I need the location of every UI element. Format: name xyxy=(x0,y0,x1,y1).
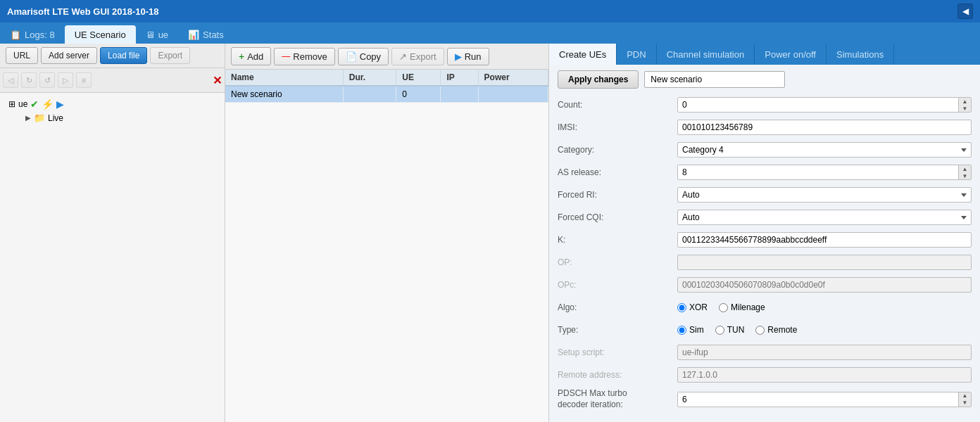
as-release-down-btn[interactable]: ▼ xyxy=(959,172,971,179)
pdsch-input[interactable] xyxy=(678,392,958,407)
type-radio-group: Sim TUN Remote xyxy=(677,325,972,335)
run-button[interactable]: ▶ Run xyxy=(447,48,489,65)
table-row[interactable]: New scenario 0 xyxy=(225,86,548,103)
pdsch-up-btn[interactable]: ▲ xyxy=(959,392,971,399)
left-panel: URL Add server Load file Export ◁ ↻ ↺ ▷ … xyxy=(0,44,225,422)
form-row-pdsch: PDSCH Max turbodecoder iteration: ▲ ▼ xyxy=(558,388,972,410)
back-button[interactable]: ◀ xyxy=(957,4,973,19)
type-remote-radio[interactable] xyxy=(755,326,765,335)
nav-refresh2-button[interactable]: ↺ xyxy=(39,72,55,88)
forced-ri-select[interactable]: Auto xyxy=(677,187,972,203)
nav-close-button[interactable]: ✕ xyxy=(213,74,222,87)
form-row-count: Count: ▲ ▼ xyxy=(558,96,972,114)
tab-power-on-off[interactable]: Power on/off xyxy=(755,44,827,65)
opc-input xyxy=(677,277,972,293)
type-tun-label: TUN xyxy=(727,325,745,335)
type-sim-item[interactable]: Sim xyxy=(677,325,704,335)
type-remote-label: Remote xyxy=(767,325,797,335)
col-name: Name xyxy=(225,70,343,86)
export-icon: ↗ xyxy=(399,51,407,62)
label-pdsch: PDSCH Max turbodecoder iteration: xyxy=(558,388,677,410)
category-select[interactable]: Category 4 xyxy=(677,142,972,158)
form-row-op: OP: xyxy=(558,253,972,271)
algo-xor-label: XOR xyxy=(689,302,708,312)
label-imsi: IMSI: xyxy=(558,122,677,132)
as-release-up-btn[interactable]: ▲ xyxy=(959,165,971,172)
col-power: Power xyxy=(478,70,548,86)
nav-forward-button[interactable]: ▷ xyxy=(58,72,73,88)
label-k: K: xyxy=(558,235,677,245)
copy-icon: 📄 xyxy=(346,51,357,62)
forced-cqi-select[interactable]: Auto xyxy=(677,210,972,225)
export-button[interactable]: Export xyxy=(150,47,190,64)
count-input[interactable] xyxy=(678,98,958,112)
col-ue: UE xyxy=(396,70,441,86)
pdsch-spinner-btns: ▲ ▼ xyxy=(958,392,971,407)
add-server-button[interactable]: Add server xyxy=(41,47,97,64)
apply-changes-button[interactable]: Apply changes xyxy=(558,70,639,89)
k-input[interactable] xyxy=(677,232,972,248)
type-remote-item[interactable]: Remote xyxy=(755,325,797,335)
count-up-btn[interactable]: ▲ xyxy=(959,98,971,105)
nav-menu-button[interactable]: ≡ xyxy=(76,72,92,88)
as-release-spinner-btns: ▲ ▼ xyxy=(958,165,971,179)
tab-stats[interactable]: 📊 Stats xyxy=(178,25,234,44)
type-tun-item[interactable]: TUN xyxy=(715,325,745,335)
algo-milenage-radio[interactable] xyxy=(719,303,728,312)
algo-radio-group: XOR Milenage xyxy=(677,302,972,312)
algo-milenage-item[interactable]: Milenage xyxy=(719,302,765,312)
label-setup-script: Setup script: xyxy=(558,347,677,357)
type-tun-radio[interactable] xyxy=(715,326,724,335)
title-bar: Amarisoft LTE Web GUI 2018-10-18 ◀ xyxy=(0,0,980,23)
tab-channel-simulation[interactable]: Channel simulation xyxy=(657,44,755,65)
pdsch-down-btn[interactable]: ▼ xyxy=(959,399,971,407)
tree-item-live[interactable]: ▶ 📁 Live xyxy=(23,111,219,124)
form-row-setup-script: Setup script: xyxy=(558,343,972,362)
label-category: Category: xyxy=(558,145,677,155)
as-release-input[interactable] xyxy=(678,165,958,179)
middle-panel: + Add — Remove 📄 Copy ↗ Export ▶ Run xyxy=(225,44,549,422)
remove-button[interactable]: — Remove xyxy=(274,48,334,65)
label-algo: Algo: xyxy=(558,302,677,312)
form-row-category: Category: Category 4 xyxy=(558,141,972,159)
label-forced-cqi: Forced CQI: xyxy=(558,212,677,222)
grid-icon: ⊞ xyxy=(8,99,15,109)
scenario-table: Name Dur. UE IP Power New scenario 0 xyxy=(225,70,548,103)
tab-create-ues[interactable]: Create UEs xyxy=(549,44,617,65)
status-play-icon: ▶ xyxy=(56,98,64,110)
tab-ue-scenario[interactable]: UE Scenario xyxy=(65,25,136,44)
right-panel: Create UEs PDN Channel simulation Power … xyxy=(549,44,980,422)
monitor-icon: 🖥 xyxy=(146,30,155,40)
middle-toolbar: + Add — Remove 📄 Copy ↗ Export ▶ Run xyxy=(225,44,548,70)
remove-icon: — xyxy=(282,51,290,61)
form-row-imsi: IMSI: xyxy=(558,118,972,136)
tab-ue[interactable]: 🖥 ue xyxy=(136,25,178,44)
form-row-as-release: AS release: ▲ ▼ xyxy=(558,163,972,181)
algo-xor-item[interactable]: XOR xyxy=(677,302,708,312)
tab-logs[interactable]: 📋 Logs: 8 xyxy=(0,25,65,44)
algo-milenage-label: Milenage xyxy=(731,302,765,312)
imsi-input[interactable] xyxy=(677,120,972,135)
app-title: Amarisoft LTE Web GUI 2018-10-18 xyxy=(7,6,159,17)
copy-button[interactable]: 📄 Copy xyxy=(338,48,389,65)
tab-simulations[interactable]: Simulations xyxy=(827,44,894,65)
status-bolt-icon: ⚡ xyxy=(42,98,54,110)
form-area: Apply changes Count: ▲ ▼ IMSI: xyxy=(549,65,980,422)
type-sim-radio[interactable] xyxy=(677,326,686,335)
algo-xor-radio[interactable] xyxy=(677,303,686,312)
export-scenario-button[interactable]: ↗ Export xyxy=(391,48,444,65)
logs-icon: 📋 xyxy=(10,30,21,40)
tree-item-ue[interactable]: ⊞ New scenario ue ✔ ⚡ ▶ xyxy=(6,97,219,111)
cell-dur xyxy=(343,86,396,103)
nav-refresh1-button[interactable]: ↻ xyxy=(21,72,37,88)
url-button[interactable]: URL xyxy=(6,47,38,64)
tab-pdn[interactable]: PDN xyxy=(617,44,656,65)
load-file-button[interactable]: Load file xyxy=(100,47,147,64)
count-down-btn[interactable]: ▼ xyxy=(959,105,971,112)
scenario-name-input[interactable] xyxy=(644,71,785,88)
main-layout: URL Add server Load file Export ◁ ↻ ↺ ▷ … xyxy=(0,44,980,422)
nav-back-button[interactable]: ◁ xyxy=(3,72,18,88)
cell-power xyxy=(478,86,548,103)
folder-icon: 📁 xyxy=(34,113,45,123)
add-button[interactable]: + Add xyxy=(231,47,271,65)
